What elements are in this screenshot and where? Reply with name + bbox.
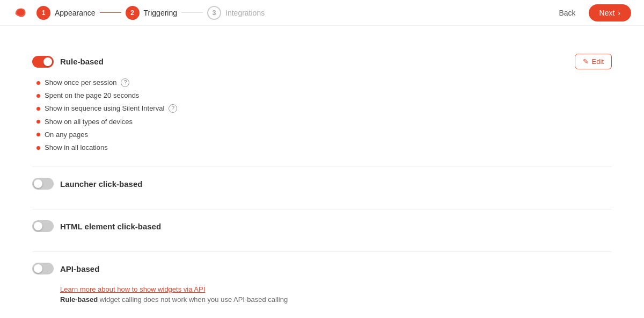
section-rule-based-left: Rule-based xyxy=(32,56,104,68)
step-2-circle: 2 xyxy=(126,6,140,20)
section-html-element: HTML element click-based xyxy=(32,209,612,252)
list-item: Show once per session ? xyxy=(36,78,612,88)
connector-1-2 xyxy=(100,12,121,13)
section-rule-based-header: Rule-based ✎ Edit xyxy=(32,54,612,69)
next-button[interactable]: Next › xyxy=(589,4,631,21)
header: 1 Appearance 2 Triggering 3 Integrations… xyxy=(0,0,644,26)
step-3-label: Integrations xyxy=(225,9,265,17)
chevron-right-icon: › xyxy=(618,9,620,17)
list-item: Spent on the page 20 seconds xyxy=(36,91,612,100)
connector-2-3 xyxy=(181,12,203,13)
logo-icon xyxy=(13,4,28,21)
main-content: Rule-based ✎ Edit Show once per session … xyxy=(0,26,644,318)
html-element-title: HTML element click-based xyxy=(60,222,161,231)
bullet-icon xyxy=(36,107,40,111)
toggle-thumb xyxy=(34,264,42,273)
bullet-icon xyxy=(36,94,40,98)
section-api-based: API-based Learn more about how to show w… xyxy=(32,252,612,314)
launcher-title: Launcher click-based xyxy=(60,179,142,189)
bullet-icon xyxy=(36,133,40,136)
section-html-header: HTML element click-based xyxy=(32,220,612,232)
section-launcher-click: Launcher click-based xyxy=(32,167,612,209)
bullet-icon xyxy=(36,120,40,124)
list-item: Show in all locations xyxy=(36,143,612,153)
api-note-rest: widget calling does not work when you us… xyxy=(98,295,288,303)
step-3: 3 Integrations xyxy=(207,6,265,20)
step-2-label: Triggering xyxy=(144,9,178,17)
toggle-thumb xyxy=(34,222,42,230)
stepper: 1 Appearance 2 Triggering 3 Integrations xyxy=(36,6,544,20)
back-button[interactable]: Back xyxy=(552,5,582,20)
step-1: 1 Appearance xyxy=(36,6,96,20)
rule-based-title: Rule-based xyxy=(60,57,104,66)
list-item: Show on all types of devices xyxy=(36,117,612,127)
bullet-icon xyxy=(36,146,40,150)
rule-based-toggle[interactable] xyxy=(32,56,54,68)
step-1-label: Appearance xyxy=(55,9,96,17)
list-item: On any pages xyxy=(36,130,612,140)
section-api-header: API-based xyxy=(32,263,612,274)
step-3-circle: 3 xyxy=(207,6,221,20)
section-api-left: API-based xyxy=(32,263,99,274)
rule-list: Show once per session ? Spent on the pag… xyxy=(32,78,612,153)
launcher-toggle[interactable] xyxy=(32,178,54,190)
pencil-icon: ✎ xyxy=(583,57,589,66)
step-1-circle: 1 xyxy=(36,6,50,20)
toggle-thumb xyxy=(34,179,42,188)
api-based-toggle[interactable] xyxy=(32,263,54,274)
list-item: Show in sequence using Silent Interval ? xyxy=(36,104,612,113)
bullet-icon xyxy=(36,81,40,85)
toggle-thumb xyxy=(43,57,52,66)
section-html-left: HTML element click-based xyxy=(32,220,161,232)
api-learn-more-link[interactable]: Learn more about how to show widgets via… xyxy=(60,285,205,293)
api-based-title: API-based xyxy=(60,264,99,273)
header-actions: Back Next › xyxy=(552,4,631,21)
section-launcher-header: Launcher click-based xyxy=(32,178,612,190)
step-2: 2 Triggering xyxy=(126,6,178,20)
help-icon[interactable]: ? xyxy=(121,78,129,87)
edit-button[interactable]: ✎ Edit xyxy=(575,54,612,69)
section-launcher-left: Launcher click-based xyxy=(32,178,142,190)
api-note: Rule-based widget calling does not work … xyxy=(60,295,612,303)
html-element-toggle[interactable] xyxy=(32,220,54,232)
api-note-bold: Rule-based xyxy=(60,295,98,303)
help-icon[interactable]: ? xyxy=(169,104,177,113)
section-rule-based: Rule-based ✎ Edit Show once per session … xyxy=(32,43,612,167)
